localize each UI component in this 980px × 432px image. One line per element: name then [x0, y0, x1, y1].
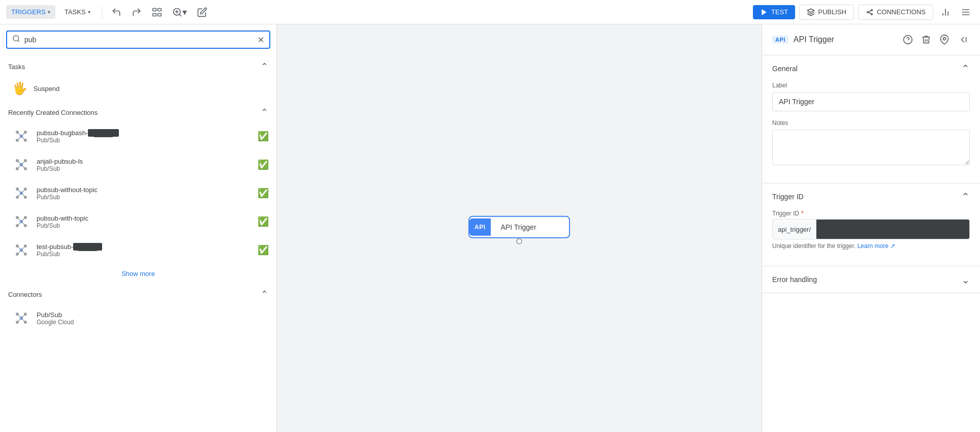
list-item[interactable]: pubsub-with-topic Pub/Sub ✅ [0, 207, 276, 236]
notes-textarea[interactable] [772, 130, 970, 165]
svg-point-11 [871, 13, 873, 15]
item-type-4: Pub/Sub [37, 251, 252, 258]
trigger-id-section-header[interactable]: Trigger ID ⌃ [762, 183, 980, 210]
zoom-chevron-icon: ▾ [182, 7, 187, 18]
edit-icon [197, 7, 207, 17]
svg-point-20 [13, 36, 19, 41]
connectors-section-header[interactable]: Connectors ⌃ [0, 283, 276, 304]
publish-button[interactable]: PUBLISH [799, 5, 854, 20]
svg-point-78 [943, 38, 946, 40]
item-type-3: Pub/Sub [37, 222, 252, 229]
pubsub-icon-3 [12, 212, 30, 231]
analytics-button[interactable] [937, 4, 954, 20]
more-options-button[interactable] [958, 4, 974, 20]
pubsub-icon-2 [12, 184, 30, 202]
triggers-button[interactable]: TRIGGERS ▾ [6, 5, 55, 19]
label-form-group: Label [772, 82, 970, 111]
delete-button[interactable] [919, 33, 933, 47]
edit-button[interactable] [194, 4, 210, 20]
svg-line-5 [179, 14, 181, 16]
suspend-item[interactable]: 🖐 Suspend [0, 76, 276, 101]
dropdown-results: Tasks ⌃ 🖐 Suspend Recently Created Conne… [0, 55, 276, 432]
tasks-section-header[interactable]: Tasks ⌃ [0, 55, 276, 76]
list-item[interactable]: anjali-pubsub-ls Pub/Sub ✅ [0, 150, 276, 179]
trigger-id-label-row: Trigger ID * [772, 210, 970, 217]
connected-check-icon-0: ✅ [258, 131, 269, 142]
error-handling-title: Error handling [772, 275, 817, 284]
connections-label: CONNECTIONS [877, 8, 926, 16]
fit-to-screen-button[interactable] [149, 4, 165, 20]
list-item[interactable]: test-pubsub-████ Pub/Sub ✅ [0, 236, 276, 264]
general-section-header[interactable]: General ⌃ [762, 55, 980, 82]
item-status-1: ✅ [258, 160, 268, 170]
redo-icon [132, 7, 142, 17]
connections-icon [866, 8, 874, 16]
show-more-link[interactable]: Show more [121, 270, 155, 277]
right-panel-header: API API Trigger [762, 24, 980, 55]
zoom-icon [172, 7, 182, 17]
left-panel: ✕ Tasks ⌃ 🖐 Suspend Recently Created Con… [0, 24, 277, 432]
trigger-id-input-row: api_trigger/ [772, 219, 970, 239]
publish-icon [807, 8, 815, 16]
svg-rect-0 [152, 8, 156, 11]
general-title: General [772, 65, 798, 73]
svg-marker-8 [762, 9, 766, 15]
search-clear-icon[interactable]: ✕ [258, 35, 264, 45]
svg-line-27 [17, 132, 21, 136]
svg-line-64 [21, 246, 25, 250]
redo-button[interactable] [129, 4, 145, 20]
right-panel-title: API Trigger [794, 35, 896, 44]
connector-type-0: Google Cloud [37, 319, 268, 326]
svg-point-10 [871, 9, 873, 11]
svg-line-73 [21, 314, 25, 318]
trigger-id-content: Trigger ID * api_trigger/ Unique identif… [762, 210, 980, 266]
svg-line-39 [21, 165, 25, 169]
trigger-id-title: Trigger ID [772, 193, 804, 201]
suspend-label: Suspend [34, 85, 59, 92]
connected-check-icon-3: ✅ [258, 216, 269, 227]
tasks-button[interactable]: TASKS ▾ [59, 5, 96, 19]
connections-button[interactable]: CONNECTIONS [858, 5, 933, 20]
svg-line-28 [21, 132, 25, 136]
item-info-3: pubsub-with-topic Pub/Sub [37, 214, 252, 229]
svg-line-36 [17, 161, 21, 165]
error-handling-section-header[interactable]: Error handling ⌃ [762, 266, 980, 293]
test-label: TEST [771, 8, 788, 16]
svg-rect-2 [152, 13, 156, 16]
delete-icon [921, 35, 931, 45]
right-panel: API API Trigger [762, 24, 980, 432]
node-label: API Trigger [491, 217, 547, 237]
list-item[interactable]: pubsub-bugbash-████ Pub/Sub ✅ [0, 122, 276, 150]
recently-created-section-header[interactable]: Recently Created Connections ⌃ [0, 101, 276, 122]
help-button[interactable] [901, 33, 915, 47]
help-icon [903, 35, 913, 45]
collapse-panel-button[interactable] [956, 33, 970, 47]
item-status-4: ✅ [258, 245, 268, 255]
trigger-id-prefix: api_trigger/ [773, 221, 816, 238]
svg-line-55 [21, 218, 25, 222]
connector-name-0: Pub/Sub [37, 311, 268, 319]
learn-more-link[interactable]: Learn more ↗ [857, 242, 895, 250]
general-chevron-icon: ⌃ [961, 63, 970, 75]
list-item[interactable]: pubsub-without-topic Pub/Sub ✅ [0, 179, 276, 207]
search-input[interactable] [24, 36, 254, 44]
item-type-2: Pub/Sub [37, 194, 252, 201]
api-trigger-node[interactable]: API API Trigger [468, 216, 570, 238]
show-more-row: Show more [0, 264, 276, 283]
svg-line-65 [17, 250, 21, 254]
label-input[interactable] [772, 92, 970, 111]
test-button[interactable]: TEST [753, 5, 795, 19]
recently-created-title: Recently Created Connections [8, 109, 98, 116]
connector-item-0[interactable]: Pub/Sub Google Cloud [0, 304, 276, 332]
search-box: ✕ [6, 30, 270, 49]
svg-point-9 [867, 11, 869, 13]
pin-button[interactable] [937, 33, 952, 47]
item-name-1: anjali-pubsub-ls [37, 158, 252, 165]
svg-line-30 [21, 136, 25, 140]
notes-form-group: Notes [772, 119, 970, 167]
svg-rect-3 [157, 13, 161, 16]
zoom-button[interactable]: ▾ [169, 4, 190, 21]
undo-button[interactable] [108, 4, 124, 20]
pubsub-icon-0 [12, 127, 30, 145]
svg-line-66 [21, 250, 25, 254]
